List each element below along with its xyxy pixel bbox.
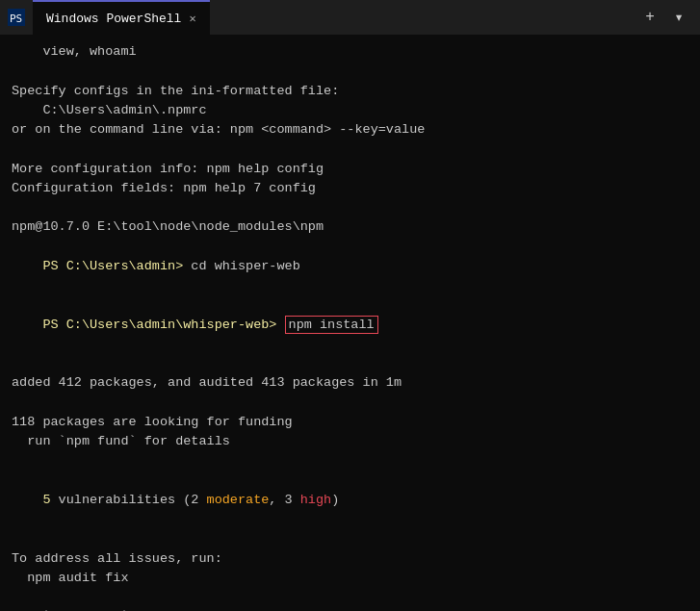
line-blank-4 — [12, 354, 688, 373]
line-blank-6 — [12, 451, 688, 471]
new-tab-button[interactable]: + — [636, 4, 663, 31]
vuln-moderate: moderate — [207, 493, 270, 507]
tab-close-icon[interactable]: ✕ — [189, 12, 195, 26]
line-added-packages: added 412 packages, and audited 413 pack… — [12, 373, 688, 393]
dropdown-button[interactable]: ▾ — [665, 4, 692, 31]
svg-text:PS: PS — [10, 13, 22, 25]
line-audit-fix: npm audit fix — [12, 569, 688, 588]
line-blank-5 — [12, 394, 688, 413]
line-config-fields: Configuration fields: npm help 7 config — [12, 179, 688, 198]
powershell-icon: PS — [8, 9, 25, 26]
line-blank-8 — [12, 588, 688, 607]
line-cd-whisper: PS C:\Users\admin> cd whisper-web — [12, 238, 688, 296]
vuln-text-3: ) — [331, 493, 339, 507]
vuln-high: high — [300, 493, 331, 507]
line-blank-3 — [12, 198, 688, 217]
terminal-content: view, whoami Specify configs in the ini-… — [0, 35, 700, 611]
titlebar: PS Windows PowerShell ✕ + ▾ — [0, 0, 700, 35]
tab-label: Windows PowerShell — [46, 12, 181, 26]
line-vulnerabilities: 5 vulnerabilities (2 moderate, 3 high) — [12, 471, 688, 530]
line-npmrc: C:\Users\admin\.npmrc — [12, 101, 688, 120]
line-funding-2: run `npm fund` for details — [12, 432, 688, 451]
titlebar-actions: + ▾ — [636, 4, 692, 31]
vuln-text-2: , 3 — [269, 493, 299, 507]
terminal-tab[interactable]: Windows PowerShell ✕ — [33, 0, 210, 35]
line-run-audit: Run `npm audit` for details. — [12, 607, 688, 611]
line-more-config: More configuration info: npm help config — [12, 160, 688, 179]
line-to-address: To address all issues, run: — [12, 549, 688, 569]
vuln-count: 5 — [42, 493, 50, 507]
ps-prompt-2: PS C:\Users\admin\whisper-web> — [42, 318, 284, 332]
line-view-whoami: view, whoami — [12, 42, 688, 62]
npm-install-cmd: npm install — [285, 316, 378, 334]
ps-prompt-1: PS C:\Users\admin> — [42, 259, 191, 273]
line-or: or on the command line via: npm <command… — [12, 120, 688, 140]
line-blank-7 — [12, 529, 688, 548]
line-blank-2 — [12, 140, 688, 159]
line-npm-version-path: npm@10.7.0 E:\tool\node\node_modules\npm — [12, 217, 688, 237]
cmd-cd: cd whisper-web — [191, 259, 299, 273]
line-specify: Specify configs in the ini-formatted fil… — [12, 82, 688, 101]
line-npm-install: PS C:\Users\admin\whisper-web> npm insta… — [12, 295, 688, 354]
line-funding-1: 118 packages are looking for funding — [12, 413, 688, 432]
vuln-text-1: vulnerabilities (2 — [51, 493, 207, 507]
line-blank-1 — [12, 62, 688, 81]
